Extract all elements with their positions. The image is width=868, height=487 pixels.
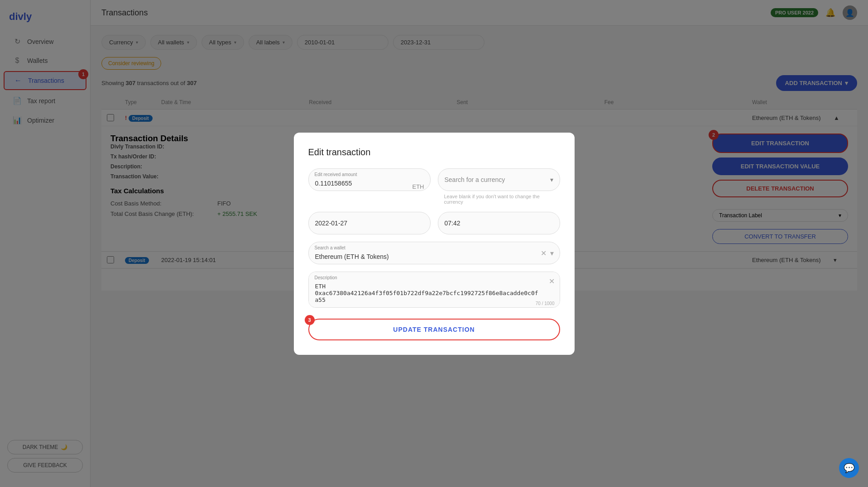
chevron-down-icon: ▾ bbox=[550, 176, 553, 183]
wallet-select-label: Search a wallet bbox=[315, 245, 345, 250]
wallet-icons: ✕ ▾ bbox=[541, 248, 554, 257]
currency-search-placeholder: Search for a currency bbox=[445, 176, 505, 183]
step-badge-3: 3 bbox=[305, 315, 315, 325]
received-amount-group: Edit received amount ETH bbox=[308, 168, 431, 205]
description-group: Description ✕ 70 / 1000 bbox=[308, 272, 560, 310]
description-textarea[interactable] bbox=[308, 272, 560, 308]
chat-icon: 💬 bbox=[844, 463, 855, 473]
modal-row-2 bbox=[308, 212, 560, 234]
update-transaction-label: UPDATE TRANSACTION bbox=[393, 326, 475, 333]
currency-search-button[interactable]: Search for a currency ▾ bbox=[438, 168, 560, 191]
chat-button[interactable]: 💬 bbox=[839, 458, 859, 478]
wallet-select-input[interactable] bbox=[308, 242, 560, 264]
modal-title: Edit transaction bbox=[308, 147, 560, 158]
time-input[interactable] bbox=[438, 212, 560, 234]
date-input[interactable] bbox=[308, 212, 431, 234]
description-label: Description bbox=[315, 275, 337, 280]
close-icon[interactable]: ✕ bbox=[541, 248, 547, 257]
currency-hint: Leave blank if you don't want to change … bbox=[444, 194, 560, 205]
edit-transaction-modal: Edit transaction Edit received amount ET… bbox=[294, 133, 575, 355]
wallet-select-group: Search a wallet ✕ ▾ bbox=[308, 242, 560, 264]
update-transaction-button[interactable]: UPDATE TRANSACTION bbox=[308, 319, 560, 340]
received-amount-label: Edit received amount bbox=[315, 172, 357, 177]
modal-overlay[interactable]: Edit transaction Edit received amount ET… bbox=[0, 0, 868, 487]
received-currency-suffix: ETH bbox=[412, 183, 424, 190]
chevron-down-icon[interactable]: ▾ bbox=[550, 248, 554, 257]
close-icon[interactable]: ✕ bbox=[549, 277, 555, 286]
update-btn-container: 3 UPDATE TRANSACTION bbox=[308, 319, 560, 340]
description-count: 70 / 1000 bbox=[536, 301, 555, 306]
currency-search-group: Search for a currency ▾ Leave blank if y… bbox=[438, 168, 560, 205]
modal-row-1: Edit received amount ETH Search for a cu… bbox=[308, 168, 560, 205]
